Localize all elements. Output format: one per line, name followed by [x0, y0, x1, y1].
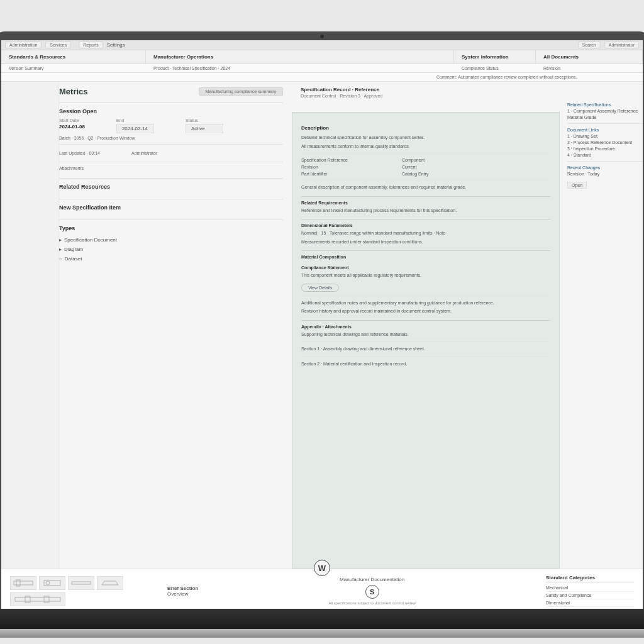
laptop-keyboard — [0, 609, 644, 630]
part-icon — [99, 579, 121, 587]
doc-text: Revision history and approval record mai… — [301, 308, 550, 315]
doc-section-material: Material Composition — [301, 250, 550, 259]
right-column: Specification Record · Reference Documen… — [292, 87, 643, 569]
section-header-row: Standards & Resources Manufacturer Opera… — [1, 50, 643, 64]
footer-right-row[interactable]: Mechanical — [546, 584, 634, 592]
thumbnail[interactable] — [68, 576, 94, 590]
doc-subtitle: Document Control · Revision 3 · Approved — [301, 94, 551, 98]
type-dataset[interactable]: ○Dataset — [59, 254, 283, 264]
view-details-button[interactable]: View Details — [301, 284, 339, 292]
main-area: Metrics Manufacturing compliance summary… — [1, 82, 643, 569]
page-title: Metrics — [59, 87, 88, 96]
end-input[interactable]: 2024-02-14 — [116, 124, 154, 133]
doc-section-dimensions: Dimensional Parameters — [301, 219, 550, 228]
bullet-icon: ▸ — [59, 237, 62, 243]
doc-text: Section 2 · Material certification and i… — [301, 361, 550, 368]
left-column: Metrics Manufacturing compliance summary… — [59, 87, 292, 569]
comment-label: Comment: — [436, 75, 457, 79]
comment-text: Automated compliance review completed wi… — [458, 75, 577, 79]
menu-reports[interactable]: Reports — [79, 42, 103, 48]
aside-link[interactable]: Material Grade — [567, 115, 643, 119]
start-label: Start Date — [59, 118, 85, 123]
thumbnail[interactable] — [97, 576, 123, 590]
section-standards[interactable]: Standards & Resources — [9, 54, 138, 60]
document-header: Specification Record · Reference Documen… — [292, 87, 560, 98]
kv-val: Current — [402, 165, 416, 169]
doc-text: All measurements conform to internal qua… — [301, 143, 550, 150]
part-icon — [13, 595, 63, 604]
footer-center-sub: All specifications subject to document c… — [328, 601, 415, 605]
seal-icon: S — [365, 585, 379, 599]
doc-text: Nominal · 15 · Tolerance range within st… — [301, 230, 550, 237]
footer-center-title: Manufacturer Documentation — [340, 577, 404, 582]
session-panel: Session Open Start Date 2024-01-08 End 2… — [59, 103, 283, 178]
status-input[interactable]: Active — [186, 124, 223, 133]
search-box[interactable]: Search — [578, 42, 601, 48]
types-panel: Types ▸Specification Document ▸Diagram ○… — [59, 219, 283, 269]
laptop-frame: Administration Services Reports Settings… — [0, 31, 644, 613]
aside-text: Revision · Today — [567, 172, 643, 176]
app-screen: Administration Services Reports Settings… — [1, 40, 643, 613]
bullet-icon: ▸ — [59, 247, 62, 252]
svg-rect-4 — [72, 582, 91, 584]
related-heading: Related Resources — [59, 184, 283, 190]
doc-section-appendix: Appendix · Attachments — [301, 320, 550, 329]
section-operations[interactable]: Manufacturer Operations — [153, 54, 446, 60]
content-area: Metrics Manufacturing compliance summary… — [59, 82, 643, 569]
thumbnail[interactable] — [10, 576, 36, 590]
doc-text: Supporting technical drawings and refere… — [301, 331, 550, 338]
part-icon — [42, 579, 63, 587]
aside-link[interactable]: 4 · Standard — [567, 153, 643, 157]
kv-val: Catalog Entry — [402, 172, 428, 176]
updated-by: Administrator — [131, 151, 157, 155]
batch-line: Batch · 3956 · Q2 · Production Window — [59, 136, 283, 140]
aside-link[interactable]: 2 · Process Reference Document — [567, 140, 643, 145]
thumbnail-wide[interactable] — [10, 592, 65, 606]
end-label: End — [116, 118, 154, 123]
status-label: Status — [186, 118, 223, 123]
aside-open-pill[interactable]: Open — [567, 182, 587, 189]
kv-key: Revision — [301, 165, 364, 169]
footer-right-heading: Standard Categories — [546, 575, 634, 582]
aside-panel: Related Specifications 1 · Component Ass… — [567, 87, 643, 569]
new-item-panel: New Specification Item — [59, 199, 283, 219]
footer-right: Standard Categories Mechanical Safety an… — [546, 575, 634, 607]
meta-row: Version Summary Product · Technical Spec… — [1, 64, 643, 73]
page-subtitle-pill[interactable]: Manufacturing compliance summary — [199, 87, 283, 96]
menu-admin[interactable]: Administration — [5, 42, 42, 48]
section-system[interactable]: System Information — [462, 54, 528, 60]
document-panel: Description Detailed technical specifica… — [292, 112, 560, 569]
brand-logo-icon: W — [314, 560, 330, 576]
meta-row-2: Comment: Automated compliance review com… — [1, 73, 643, 82]
type-spec[interactable]: ▸Specification Document — [59, 235, 283, 245]
part-icon — [70, 579, 92, 587]
laptop-hinge — [0, 629, 644, 638]
menu-services[interactable]: Services — [45, 42, 71, 48]
kv-val: Component — [402, 158, 425, 162]
footer-right-row[interactable]: Safety and Compliance — [546, 592, 634, 599]
svg-point-3 — [46, 581, 50, 585]
type-diagram[interactable]: ▸Diagram — [59, 245, 283, 254]
meta-product: Product · Technical Specification · 2024 — [146, 66, 454, 70]
kv-key: Specification Reference — [301, 158, 364, 162]
aside-link[interactable]: 3 · Inspection Procedure — [567, 147, 643, 151]
doc-text: Section 1 · Assembly drawing and dimensi… — [301, 346, 550, 353]
doc-text: Reference and linked manufacturing proce… — [301, 208, 550, 214]
aside-heading: Recent Changes — [567, 165, 643, 170]
doc-section-compliance: Compliance Statement — [301, 264, 550, 270]
attachments-line[interactable]: Attachments — [59, 166, 283, 170]
doc-text: Measurements recorded under standard ins… — [301, 239, 550, 246]
aside-link[interactable]: 1 · Component Assembly Reference — [567, 109, 643, 113]
doc-text: Additional specification notes and suppl… — [301, 300, 550, 307]
doc-text: General description of component assembl… — [301, 184, 550, 191]
user-menu[interactable]: Administrator — [604, 42, 639, 48]
thumbnail[interactable] — [39, 576, 65, 590]
updated-line: Last Updated · 09:14 — [59, 151, 100, 155]
footer-right-row[interactable]: Dimensional — [546, 599, 634, 607]
menu-settings[interactable]: Settings — [107, 42, 125, 48]
aside-link[interactable]: 1 · Drawing Set — [567, 134, 643, 138]
kv-key: Part Identifier — [301, 172, 364, 176]
section-documents[interactable]: All Documents — [543, 54, 635, 60]
doc-title: Specification Record · Reference — [301, 87, 551, 92]
meta-revision: Revision — [536, 66, 643, 70]
